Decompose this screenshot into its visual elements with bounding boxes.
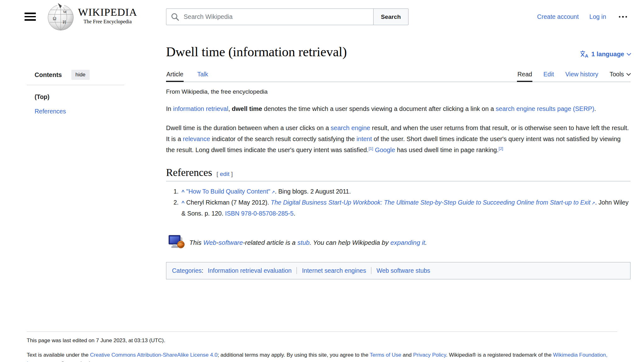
text-run: . <box>594 105 596 112</box>
inline-link[interactable]: information retrieval <box>173 105 228 112</box>
inline-link[interactable]: [2] <box>499 146 503 151</box>
reference-item: 2.^ Cheryl Rickman (7 May 2012). The Dig… <box>166 197 630 219</box>
categories-link[interactable]: Categories <box>172 267 202 274</box>
inline-link[interactable]: ISBN <box>225 210 240 217</box>
chevron-down-icon <box>627 51 631 56</box>
inline-link[interactable]: The Digital Business Start-Up Workbook: … <box>271 199 591 206</box>
edit-section-link[interactable]: edit <box>220 171 230 177</box>
wikipedia-globe-icon: Ω W И <box>47 3 75 31</box>
tab-view-history[interactable]: View history <box>565 68 599 82</box>
inline-link[interactable]: 978-0-85708-285-5 <box>241 210 294 217</box>
text-run: , <box>228 105 232 112</box>
text-run: This <box>189 239 203 246</box>
tab-tools[interactable]: Tools <box>609 68 630 82</box>
text-run: In <box>166 105 173 112</box>
contents-sidebar: Contents hide (Top)References <box>27 70 124 118</box>
svg-text:A: A <box>585 53 588 58</box>
tab-talk[interactable]: Talk <box>197 68 208 82</box>
text-run: has used dwell time in page ranking. <box>395 146 499 153</box>
main-menu-icon[interactable] <box>25 13 36 21</box>
inline-link[interactable]: Creative Commons Attribution-ShareAlike … <box>90 352 217 358</box>
tab-article[interactable]: Article <box>166 68 184 82</box>
reference-number: 1. <box>166 186 179 197</box>
text-run: . <box>294 210 295 217</box>
article-content: Dwell time (information retrieval) A 1 l… <box>166 43 630 279</box>
site-subtitle: From Wikipedia, the free encyclopedia <box>166 88 630 95</box>
create-account-link[interactable]: Create account <box>537 13 579 20</box>
svg-text:И: И <box>63 19 66 25</box>
footnote-marker: [1] <box>369 146 373 151</box>
category-link-web-software-stubs[interactable]: Web software stubs <box>371 267 435 274</box>
inline-link[interactable]: ^ <box>181 200 185 206</box>
inline-link[interactable]: stub <box>297 239 310 246</box>
inline-link[interactable]: search engine results page (SERP) <box>496 105 594 112</box>
inline-link[interactable]: Google <box>375 146 395 153</box>
language-icon: A <box>580 50 589 58</box>
wikipedia-logo[interactable]: Ω W И WIKIPEDIA The Free Encyclopedia <box>47 3 137 31</box>
stub-notice: This Web-software-related article is a s… <box>168 235 630 250</box>
tools-label: Tools <box>609 71 624 78</box>
tabbar-left: ArticleTalk <box>166 68 208 82</box>
text-run: . Bing blogs. 2 August 2011. <box>275 188 351 195</box>
inline-link[interactable]: [1] <box>369 146 373 151</box>
bracket: ] <box>231 171 233 177</box>
sidebar-item-top[interactable]: (Top) <box>35 90 124 104</box>
external-link-icon: ↗ <box>271 189 275 195</box>
sidebar-item-references[interactable]: References <box>35 104 124 118</box>
tab-read[interactable]: Read <box>517 68 532 82</box>
inline-link[interactable]: intent <box>357 135 372 142</box>
language-count-label: 1 language <box>591 51 624 58</box>
references-heading: References <box>166 167 212 178</box>
language-selector-button[interactable]: A 1 language <box>580 50 630 58</box>
category-link-information-retrieval-evaluation[interactable]: Information retrieval evaluation <box>208 267 297 274</box>
search-button[interactable]: Search <box>373 8 408 25</box>
text-run: Dwell time is the duration between when … <box>166 124 331 131</box>
sidebar-item-label: (Top) <box>35 93 49 100</box>
inline-link[interactable]: Web <box>203 239 216 246</box>
category-link-internet-search-engines[interactable]: Internet search engines <box>297 267 371 274</box>
heading-divider <box>166 181 630 181</box>
inline-link[interactable]: "How To Build Quality Content" <box>186 188 270 195</box>
site-header: Ω W И WIKIPEDIA The Free Encyclopedia Se… <box>0 0 644 34</box>
text-run: Text is available under the <box>27 352 90 358</box>
tagline: The Free Encyclopedia <box>78 19 137 25</box>
web-software-stub-icon <box>168 235 185 250</box>
article-tabbar: ArticleTalk ReadEditView history Tools <box>166 68 630 82</box>
page-footer: This page was last edited on 7 June 2023… <box>27 332 617 362</box>
references-list: 1.^ "How To Build Quality Content"↗. Bin… <box>166 186 630 219</box>
page-title: Dwell time (information retrieval) <box>166 43 347 61</box>
tab-edit[interactable]: Edit <box>543 68 554 82</box>
search-icon <box>171 13 179 21</box>
inline-link[interactable]: Terms of Use <box>370 352 401 358</box>
wordmark: WIKIPEDIA <box>78 6 137 18</box>
text-run: . <box>425 239 427 246</box>
stub-text: This Web-software-related article is a s… <box>189 239 427 246</box>
text-run: Cheryl Rickman (7 May 2012). <box>185 199 271 206</box>
edit-section: [ edit ] <box>217 171 233 178</box>
reference-item: 1.^ "How To Build Quality Content"↗. Bin… <box>166 186 630 197</box>
inline-link[interactable]: search engine <box>331 124 370 131</box>
sidebar-divider <box>27 85 124 85</box>
paragraph: In information retrieval, dwell time den… <box>166 103 630 114</box>
search-input[interactable] <box>183 13 373 21</box>
inline-link[interactable]: software <box>219 239 243 246</box>
text-run: . You can help Wikipedia by <box>309 239 390 246</box>
log-in-link[interactable]: Log in <box>589 13 606 20</box>
more-options-icon[interactable] <box>617 14 629 20</box>
inline-link[interactable]: expanding it <box>390 239 425 246</box>
sidebar-item-label[interactable]: References <box>35 108 66 115</box>
inline-link[interactable]: Privacy Policy <box>413 352 446 358</box>
text-run: -related article is a <box>243 239 297 246</box>
text-run: ; additional terms may apply. By using t… <box>218 352 370 358</box>
inline-link[interactable]: ^ <box>181 189 185 195</box>
svg-text:Ω: Ω <box>53 16 56 21</box>
last-edited-note: This page was last edited on 7 June 2023… <box>27 336 617 345</box>
search-bar: Search <box>166 8 408 25</box>
footer-divider <box>27 332 617 332</box>
license-note: Text is available under the Creative Com… <box>27 351 617 362</box>
inline-link[interactable]: relevance <box>183 135 210 142</box>
text-run: . Wikipedia® is a registered trademark o… <box>446 352 553 358</box>
text-run: and <box>401 352 413 358</box>
contents-hide-button[interactable]: hide <box>71 70 90 80</box>
reference-text: ^ "How To Build Quality Content"↗. Bing … <box>181 186 630 197</box>
